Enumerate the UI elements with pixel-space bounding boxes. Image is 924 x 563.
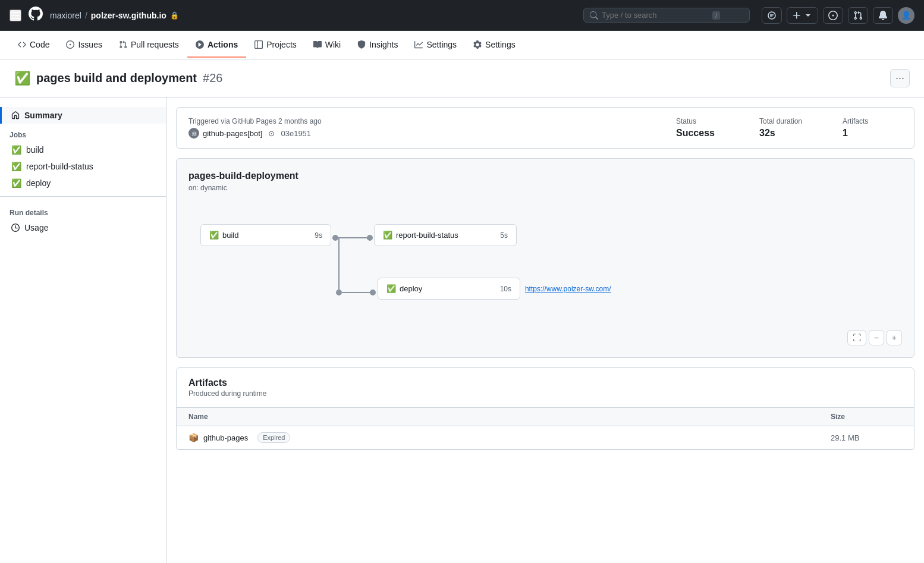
build-status-icon: ✅ <box>11 145 21 155</box>
insights-tab-label: Settings <box>426 40 457 49</box>
artifact-size-0: 29.1 MB <box>831 433 902 442</box>
bell-icon <box>878 11 888 20</box>
code-icon <box>18 40 26 49</box>
jobs-section-label: Jobs <box>0 124 166 141</box>
more-options-button[interactable]: ··· <box>890 69 910 87</box>
page-title: pages build and deployment <box>36 71 197 85</box>
home-icon <box>11 111 20 119</box>
job-node-deploy[interactable]: ✅ deploy 10s <box>378 278 520 300</box>
commit-hash: 03e1951 <box>281 129 311 138</box>
tab-security[interactable]: Insights <box>349 33 406 58</box>
actor-name: github-pages[bot] <box>203 129 262 138</box>
sidebar-job-build[interactable]: ✅ build <box>0 141 166 158</box>
workflow-subtitle: on: dynamic <box>188 184 902 192</box>
tab-actions[interactable]: Actions <box>187 33 246 58</box>
actor-avatar: 🤖 <box>188 128 199 139</box>
sidebar-item-usage[interactable]: Usage <box>0 219 166 236</box>
create-button[interactable] <box>787 7 818 24</box>
zoom-out-button[interactable]: − <box>869 330 884 345</box>
artifact-name-label[interactable]: github-pages <box>203 433 248 442</box>
artifact-badge: Expired <box>257 432 290 443</box>
actions-tab-label: Actions <box>208 40 238 49</box>
repo-name[interactable]: polzer-sw.github.io <box>91 11 166 20</box>
artifact-row-0: 📦 github-pages Expired 29.1 MB <box>177 426 914 449</box>
main-wrapper: Summary Jobs ✅ build ✅ report-build-stat… <box>0 97 924 563</box>
dot-before-report <box>367 235 373 241</box>
content-area: Triggered via GitHub Pages 2 months ago … <box>166 97 924 563</box>
username[interactable]: maxiorel <box>50 11 81 20</box>
job-node-build[interactable]: ✅ build 9s <box>200 224 331 246</box>
workflow-status-icon: ✅ <box>14 71 30 86</box>
search-icon <box>590 11 598 20</box>
insights-tab-icon <box>414 40 423 49</box>
hamburger-button[interactable] <box>10 10 21 21</box>
tab-pull-requests[interactable]: Pull requests <box>111 33 187 58</box>
nav-actions: 👤 <box>762 7 914 24</box>
page-title-row: ✅ pages build and deployment #26 <box>14 71 222 86</box>
duration-stat: Total duration 32s <box>759 117 819 139</box>
graph-controls: ⛶ − + <box>188 330 902 345</box>
tab-projects[interactable]: Projects <box>246 33 305 58</box>
security-tab-icon <box>357 40 366 49</box>
deploy-status-icon: ✅ <box>11 178 21 188</box>
fullscreen-button[interactable]: ⛶ <box>847 330 866 345</box>
zoom-in-button[interactable]: + <box>887 330 902 345</box>
build-node-icon: ✅ <box>209 231 219 240</box>
pull-request-icon <box>853 11 863 20</box>
artifacts-table-header: Name Size <box>177 408 914 426</box>
dot-before-deploy <box>336 290 342 295</box>
top-nav: maxiorel / polzer-sw.github.io 🔒 / 👤 <box>0 0 924 31</box>
settings-tab-icon <box>473 40 482 49</box>
workflow-graph: ✅ build 9s ✅ report-build-status 5s <box>188 206 902 325</box>
commit-arrow: ⊙ <box>268 129 275 138</box>
deploy-node-duration: 10s <box>488 285 511 293</box>
tab-insights[interactable]: Settings <box>406 33 465 58</box>
search-kbd: / <box>712 11 720 20</box>
status-value: Success <box>676 128 736 139</box>
lock-icon: 🔒 <box>170 11 179 20</box>
artifacts-label: Artifacts <box>843 117 902 125</box>
search-input[interactable] <box>602 11 709 20</box>
build-node-label: build <box>222 231 238 240</box>
report-node-duration: 5s <box>488 231 508 240</box>
issue-tab-icon <box>66 40 74 49</box>
job-report-label: report-build-status <box>26 162 93 171</box>
clock-icon <box>11 224 20 232</box>
status-label: Status <box>676 117 736 125</box>
line-to-deploy <box>342 292 372 293</box>
col-size-header: Size <box>831 413 902 421</box>
archive-icon: 📦 <box>188 433 199 442</box>
sidebar-job-report-build-status[interactable]: ✅ report-build-status <box>0 158 166 175</box>
issues-button[interactable] <box>823 7 843 24</box>
copilot-button[interactable] <box>762 7 782 24</box>
job-node-report-build-status[interactable]: ✅ report-build-status 5s <box>374 224 517 246</box>
tab-settings[interactable]: Settings <box>465 33 524 58</box>
tab-issues[interactable]: Issues <box>58 33 110 58</box>
artifact-name-0: 📦 github-pages Expired <box>188 432 831 443</box>
sidebar-divider <box>0 196 166 197</box>
line-build-to-report <box>338 237 368 238</box>
sidebar-item-summary[interactable]: Summary <box>0 107 166 124</box>
avatar[interactable]: 👤 <box>898 7 914 24</box>
artifacts-title: Artifacts <box>188 378 902 388</box>
line-vertical-to-deploy <box>338 237 340 291</box>
notifications-button[interactable] <box>873 7 893 24</box>
dot-at-deploy <box>370 290 376 295</box>
workflow-title: pages-build-deployment <box>188 171 902 181</box>
report-build-status-icon: ✅ <box>11 162 21 171</box>
repo-path: maxiorel / polzer-sw.github.io 🔒 <box>50 11 179 20</box>
github-logo[interactable] <box>29 7 43 24</box>
actions-tab-icon <box>196 40 204 49</box>
deploy-link[interactable]: https://www.polzer-sw.com/ <box>523 285 611 293</box>
tab-wiki[interactable]: Wiki <box>305 33 349 58</box>
trigger-label: Triggered via GitHub Pages 2 months ago <box>188 117 652 125</box>
pull-requests-button[interactable] <box>848 7 868 24</box>
sidebar-job-deploy[interactable]: ✅ deploy <box>0 175 166 191</box>
deploy-node-label: deploy <box>400 284 422 293</box>
col-name-header: Name <box>188 413 831 421</box>
summary-label: Summary <box>24 111 62 120</box>
job-build-label: build <box>26 145 44 155</box>
search-bar: / <box>583 8 750 23</box>
tab-code[interactable]: Code <box>10 33 58 58</box>
duration-value: 32s <box>759 128 819 139</box>
